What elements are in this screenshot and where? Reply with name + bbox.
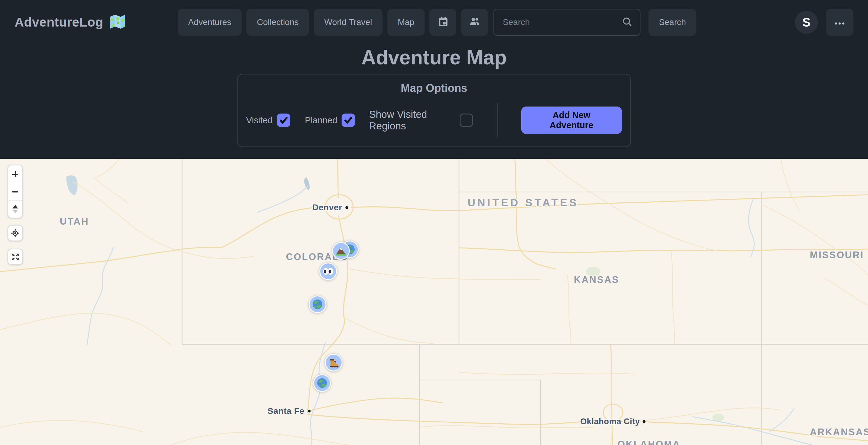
minor-road-lines — [0, 159, 868, 445]
city-dot-denver — [346, 206, 348, 209]
users-button[interactable] — [461, 9, 488, 36]
fullscreen-icon — [11, 253, 20, 261]
planned-checkbox[interactable] — [342, 114, 355, 127]
globe-icon — [316, 377, 328, 389]
locate-button[interactable] — [8, 225, 23, 241]
search-wrap — [494, 9, 641, 36]
calendar-icon — [437, 16, 448, 29]
map-zoom-controls — [8, 165, 23, 218]
state-label-utah: UTAH — [60, 216, 89, 227]
ellipsis-icon — [834, 18, 845, 27]
state-label-missouri: MISSOURI — [810, 250, 864, 260]
map-base-layer: UNITED STATES UTAH COLORADO KANSAS MISSO… — [0, 159, 868, 445]
search-input[interactable] — [494, 9, 641, 36]
hiking-boot-icon — [328, 357, 339, 368]
city-label-santa-fe: Santa Fe — [268, 406, 304, 416]
checkmark-icon — [343, 115, 353, 125]
globe-icon — [312, 298, 323, 310]
app-logo[interactable]: AdventureLog — [14, 14, 127, 31]
search-icon — [622, 16, 633, 29]
show-visited-regions-label: Show Visited Regions — [369, 109, 455, 132]
zoom-out-icon — [11, 188, 19, 196]
city-dot-oklahoma-city — [643, 420, 646, 423]
visited-label: Visited — [246, 115, 273, 125]
adventure-marker-globe-3[interactable] — [313, 374, 331, 392]
adventure-marker-hiking-boot[interactable] — [325, 354, 342, 372]
navbar: AdventureLog Adventures Collections Worl… — [0, 0, 868, 44]
nav-button-map[interactable]: Map — [388, 9, 425, 36]
nav-button-adventures[interactable]: Adventures — [178, 9, 242, 36]
adventure-marker-eyes[interactable] — [319, 263, 337, 280]
checkmark-icon — [278, 115, 289, 125]
tilt-icon — [11, 205, 19, 214]
adventure-marker-mountain[interactable] — [332, 242, 350, 260]
eyes-icon — [322, 265, 334, 277]
map-options-title: Map Options — [246, 82, 622, 95]
city-label-oklahoma-city: Oklahoma City — [580, 417, 640, 426]
zoom-in-icon — [11, 170, 19, 178]
city-label-denver: Denver — [312, 203, 342, 212]
search-button[interactable]: Search — [648, 9, 696, 36]
logo-text: AdventureLog — [14, 15, 103, 30]
nav-button-collections[interactable]: Collections — [246, 9, 309, 36]
locate-icon — [11, 229, 20, 237]
country-label: UNITED STATES — [468, 197, 579, 208]
river-lines — [87, 185, 812, 445]
page-title: Adventure Map — [0, 46, 868, 69]
major-road-lines — [0, 159, 868, 445]
calendar-button[interactable] — [429, 9, 456, 36]
world-map-icon — [109, 14, 127, 31]
zoom-out-button[interactable] — [8, 183, 22, 200]
zoom-in-button[interactable] — [8, 166, 22, 183]
show-visited-regions-checkbox[interactable] — [460, 114, 473, 127]
state-label-kansas: KANSAS — [574, 274, 619, 285]
users-icon — [469, 16, 480, 29]
lake-shape — [66, 175, 78, 195]
tilt-control-button[interactable] — [8, 200, 22, 218]
nav-button-world-travel[interactable]: World Travel — [314, 9, 382, 36]
add-new-adventure-button[interactable]: Add New Adventure — [521, 107, 622, 134]
planned-label: Planned — [305, 115, 337, 125]
options-divider — [497, 103, 498, 137]
avatar-initial: S — [802, 16, 811, 29]
mountain-icon — [335, 245, 347, 257]
fullscreen-button[interactable] — [8, 249, 23, 265]
map-options-row: Visited Planned Show Visited Regions Add… — [246, 103, 622, 137]
avatar[interactable]: S — [795, 11, 818, 34]
state-label-oklahoma: OKLAHOMA — [618, 439, 681, 445]
map-options-card: Map Options Visited Planned Show Visited… — [237, 74, 631, 147]
city-dot-santa-fe — [308, 410, 311, 413]
overflow-menu-button[interactable] — [826, 9, 854, 36]
adventure-marker-globe-2[interactable] — [309, 295, 326, 313]
visited-checkbox[interactable] — [277, 114, 290, 127]
nav-links: Adventures Collections World Travel Map — [178, 9, 488, 36]
map-canvas[interactable]: UNITED STATES UTAH COLORADO KANSAS MISSO… — [0, 159, 868, 445]
state-label-arkansas: ARKANSAS — [810, 427, 868, 437]
